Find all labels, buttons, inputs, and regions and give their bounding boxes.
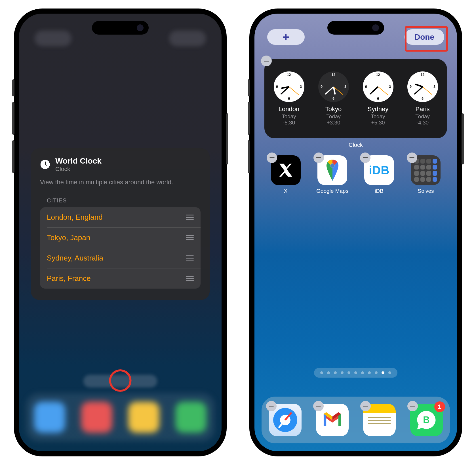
add-widget-button[interactable]: + — [267, 29, 305, 45]
widget-config-popup: World Clock Clock View the time in multi… — [31, 148, 210, 300]
home-app-row: X Google Maps iDB — [264, 155, 447, 194]
clock-city-name: Tokyo — [325, 105, 342, 113]
page-dot[interactable] — [361, 371, 364, 374]
clock-offset: +5:30 — [371, 120, 385, 126]
map-pin-icon — [324, 160, 341, 181]
page-dot[interactable] — [320, 371, 323, 374]
annotation-tap-indicator — [109, 369, 132, 392]
city-label: Tokyo, Japan — [47, 233, 90, 242]
annotation-done-highlight — [405, 26, 448, 52]
dock-app-notes[interactable] — [363, 404, 396, 436]
remove-app-button[interactable] — [407, 401, 418, 411]
clock-city: 12 3 6 9 Sydney Today +5:30 — [356, 71, 400, 126]
city-label: Paris, France — [47, 274, 91, 283]
dock: 1 B — [262, 397, 450, 443]
dynamic-island — [327, 21, 384, 35]
phone-right: + Done 12 3 6 9 London Today -5:30 — [249, 9, 462, 456]
analog-clock: 12 3 6 9 — [363, 71, 393, 102]
mute-switch — [12, 79, 14, 96]
blurred-add-button — [35, 31, 71, 46]
clock-city: 12 3 6 9 London Today -5:30 — [267, 71, 311, 126]
remove-app-button[interactable] — [360, 401, 371, 411]
remove-app-button[interactable] — [267, 153, 277, 163]
power-button — [462, 113, 464, 164]
volume-up — [12, 102, 14, 135]
volume-up — [248, 102, 250, 135]
city-row[interactable]: London, England — [47, 207, 201, 228]
remove-app-button[interactable] — [313, 153, 324, 163]
page-dot[interactable] — [347, 371, 350, 374]
clock-city: 12 3 6 9 Paris Today -4:30 — [400, 71, 445, 126]
page-dot[interactable] — [382, 371, 384, 374]
analog-clock: 12 3 6 9 — [274, 71, 304, 102]
page-dot[interactable] — [375, 371, 378, 374]
popup-subtitle: Clock — [55, 166, 102, 172]
clock-day: Today — [282, 113, 296, 120]
app-google-maps[interactable]: Google Maps — [311, 155, 354, 194]
notification-badge: 1 — [434, 401, 445, 412]
clock-city-name: Paris — [415, 105, 429, 113]
clock-day: Today — [326, 113, 341, 120]
clock-offset: -5:30 — [283, 120, 295, 126]
clock-city: 12 3 6 9 Tokyo Today +3:30 — [311, 71, 356, 126]
city-row[interactable]: Paris, France — [40, 268, 201, 289]
clock-offset: +3:30 — [327, 120, 340, 126]
phone-left: World Clock Clock View the time in multi… — [14, 9, 227, 456]
app-label: iDB — [375, 188, 384, 194]
volume-down — [12, 140, 14, 173]
analog-clock: 12 3 6 9 — [407, 71, 438, 102]
cities-list: London, England Tokyo, Japan Sydney, Aus… — [40, 207, 201, 289]
widget-name-label: Clock — [254, 142, 457, 148]
analog-clock: 12 3 6 9 — [318, 71, 349, 102]
mute-switch — [248, 79, 250, 96]
dynamic-island — [92, 21, 149, 35]
clock-city-name: Sydney — [368, 105, 388, 113]
clock-city-name: London — [279, 105, 299, 113]
reorder-handle-icon[interactable] — [186, 235, 194, 240]
clock-day: Today — [415, 113, 430, 120]
remove-widget-button[interactable] — [261, 56, 272, 66]
world-clock-widget[interactable]: 12 3 6 9 London Today -5:30 12 3 6 9 — [264, 59, 447, 138]
page-dot[interactable] — [388, 371, 391, 374]
clock-day: Today — [371, 113, 385, 120]
power-button — [226, 113, 228, 164]
app-label: Solves — [418, 188, 434, 194]
app-idb[interactable]: iDB iDB — [358, 155, 400, 194]
city-row[interactable]: Tokyo, Japan — [47, 228, 201, 248]
page-dot[interactable] — [341, 371, 344, 374]
screen-home-edit[interactable]: + Done 12 3 6 9 London Today -5:30 — [254, 14, 457, 451]
reorder-handle-icon[interactable] — [186, 255, 194, 261]
page-dot[interactable] — [354, 371, 357, 374]
remove-app-button[interactable] — [313, 401, 324, 411]
svg-point-1 — [330, 164, 334, 168]
dock-app-whatsapp-business[interactable]: 1 B — [410, 404, 443, 436]
blurred-dock — [26, 393, 214, 441]
popup-description: View the time in multiple cities around … — [40, 179, 201, 186]
volume-down — [248, 140, 250, 173]
app-x[interactable]: X — [264, 155, 307, 194]
page-dot[interactable] — [327, 371, 330, 374]
screen-widget-config: World Clock Clock View the time in multi… — [19, 14, 222, 451]
app-label: X — [284, 188, 288, 194]
page-dot[interactable] — [334, 371, 337, 374]
remove-app-button[interactable] — [266, 401, 277, 411]
page-dot[interactable] — [368, 371, 371, 374]
city-row[interactable]: Sydney, Australia — [47, 248, 201, 268]
dock-app-safari[interactable] — [269, 404, 302, 436]
page-indicator[interactable] — [314, 368, 397, 378]
svg-text:B: B — [423, 415, 429, 425]
reorder-handle-icon[interactable] — [186, 215, 194, 220]
app-solves[interactable]: Solves — [405, 155, 447, 194]
clock-icon — [40, 159, 50, 170]
clock-offset: -4:30 — [416, 120, 429, 126]
city-label: London, England — [47, 213, 103, 222]
city-label: Sydney, Australia — [47, 254, 103, 263]
x-logo-icon — [278, 162, 294, 178]
dock-app-gmail[interactable] — [316, 404, 349, 436]
blurred-done-button — [169, 31, 206, 46]
popup-title: World Clock — [55, 157, 102, 166]
cities-section-label: CITIES — [40, 197, 201, 204]
reorder-handle-icon[interactable] — [186, 276, 194, 281]
remove-app-button[interactable] — [407, 153, 417, 163]
app-label: Google Maps — [316, 188, 348, 194]
